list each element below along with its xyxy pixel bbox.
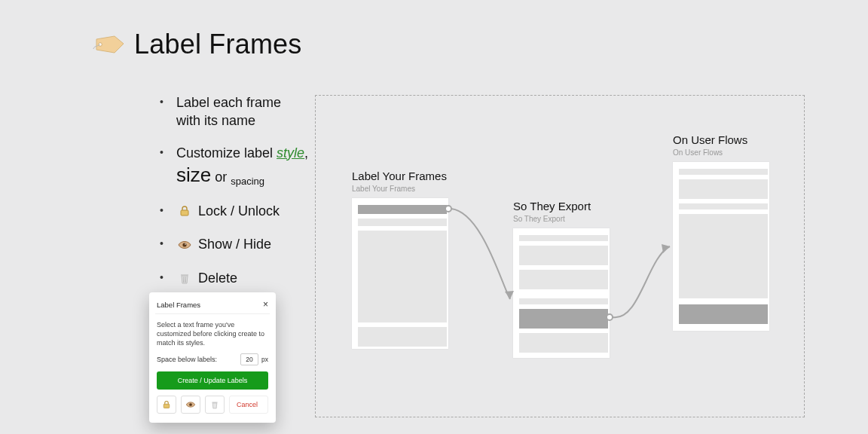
frame-label-2: So They Export xyxy=(513,200,591,212)
frame2-row4 xyxy=(519,298,608,304)
frame-3[interactable] xyxy=(673,162,769,331)
page-title: Label Frames xyxy=(134,29,302,60)
page-title-row: Label Frames xyxy=(90,29,302,60)
svg-marker-14 xyxy=(662,244,670,253)
create-update-labels-button[interactable]: Create / Update Labels xyxy=(157,371,268,390)
frame2-row2 xyxy=(519,246,608,265)
size-word: size xyxy=(176,164,211,186)
dialog-title: Label Frames xyxy=(157,301,200,309)
svg-rect-1 xyxy=(181,210,188,215)
frame3-row2 xyxy=(679,179,768,199)
selection-canvas: Label Your Frames Label Your Frames So T… xyxy=(315,95,805,417)
lock-icon xyxy=(176,203,193,222)
cancel-button[interactable]: Cancel xyxy=(229,396,268,414)
lock-button[interactable] xyxy=(157,396,176,414)
frame-1[interactable] xyxy=(352,198,448,349)
frame-label-1: Label Your Frames xyxy=(352,170,447,182)
feature-bullets: Label each frame with its name Customize… xyxy=(128,93,309,302)
space-below-input[interactable]: 20 xyxy=(240,353,258,365)
frame-2[interactable] xyxy=(513,228,610,358)
frame2-row1 xyxy=(519,235,608,241)
spacing-word: spacing xyxy=(231,176,264,187)
frame3-row5 xyxy=(679,304,768,324)
bullet-show: Show / Hide xyxy=(173,235,309,255)
svg-point-9 xyxy=(189,404,192,407)
dialog-button-row: Cancel xyxy=(157,396,268,414)
svg-point-2 xyxy=(182,243,186,247)
svg-rect-8 xyxy=(164,405,170,408)
bullet-lock: Lock / Unlock xyxy=(173,202,309,222)
close-icon[interactable]: × xyxy=(263,300,268,309)
dialog-spacing-row: Space below labels: 20 px xyxy=(157,353,268,365)
style-word: style xyxy=(277,145,304,160)
frame1-row2 xyxy=(358,219,447,226)
frame1-row3 xyxy=(358,231,447,322)
frame3-row4 xyxy=(679,214,768,298)
dialog-title-row: Label Frames × xyxy=(157,300,268,309)
space-below-label: Space below labels: xyxy=(157,356,237,363)
frame-sub-3: On User Flows xyxy=(673,148,723,157)
frame1-row4 xyxy=(358,327,447,347)
dialog-divider xyxy=(155,313,270,314)
frame2-row5 xyxy=(519,309,608,329)
frame3-row1 xyxy=(679,169,768,175)
frame2-row6 xyxy=(519,333,608,353)
label-frames-dialog: Label Frames × Select a text frame you'v… xyxy=(149,292,276,423)
frame1-row1 xyxy=(358,205,447,214)
delete-button[interactable] xyxy=(205,396,225,414)
frame2-row3 xyxy=(519,270,608,289)
eye-icon xyxy=(176,237,193,255)
bullet-delete: Delete xyxy=(173,269,309,289)
trash-icon xyxy=(176,270,193,289)
tag-icon xyxy=(90,29,127,60)
dialog-description: Select a text frame you've customized be… xyxy=(157,320,268,347)
frame-sub-2: So They Export xyxy=(513,215,565,223)
frame-label-3: On User Flows xyxy=(673,133,747,146)
frame-sub-1: Label Your Frames xyxy=(352,185,415,193)
bullet-label-each: Label each frame with its name xyxy=(173,93,309,130)
frame3-row3 xyxy=(679,203,768,209)
show-hide-button[interactable] xyxy=(181,396,200,414)
svg-point-3 xyxy=(185,243,186,245)
space-below-unit: px xyxy=(261,356,268,363)
bullet-customize: Customize label style, size or spacing xyxy=(173,144,309,188)
